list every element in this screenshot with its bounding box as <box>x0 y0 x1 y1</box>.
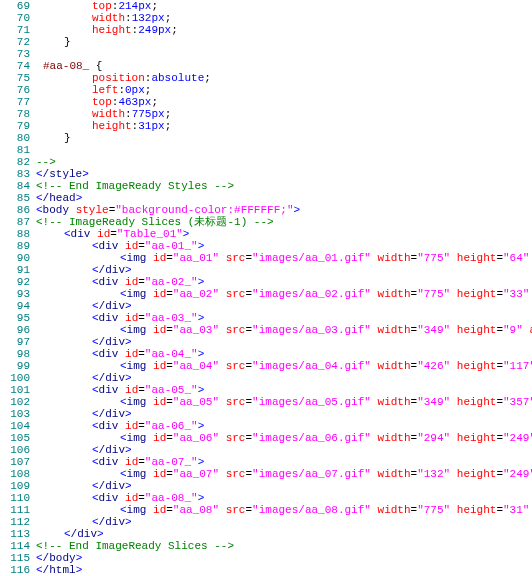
line-number: 100 <box>0 372 30 384</box>
code-line: --> <box>36 156 532 168</box>
code-line: <img id="aa_02" src="images/aa_02.gif" w… <box>36 288 532 300</box>
line-number: 89 <box>0 240 30 252</box>
line-number: 71 <box>0 24 30 36</box>
line-number: 88 <box>0 228 30 240</box>
line-number: 83 <box>0 168 30 180</box>
code-line: height:249px; <box>36 24 532 36</box>
line-number: 96 <box>0 324 30 336</box>
code-line: </div> <box>36 336 532 348</box>
code-line: #aa-08_ { <box>36 60 532 72</box>
line-number: 92 <box>0 276 30 288</box>
line-number: 102 <box>0 396 30 408</box>
line-number: 72 <box>0 36 30 48</box>
code-line: <div id="aa-08_"> <box>36 492 532 504</box>
code-line: </html> <box>36 564 532 576</box>
line-number: 105 <box>0 432 30 444</box>
code-line: </div> <box>36 444 532 456</box>
line-number: 69 <box>0 0 30 12</box>
line-number: 106 <box>0 444 30 456</box>
code-line: </head> <box>36 192 532 204</box>
code-line: </div> <box>36 300 532 312</box>
line-number: 103 <box>0 408 30 420</box>
line-number: 81 <box>0 144 30 156</box>
line-number: 114 <box>0 540 30 552</box>
line-number: 107 <box>0 456 30 468</box>
code-line: </div> <box>36 264 532 276</box>
line-number: 110 <box>0 492 30 504</box>
code-line: <div id="aa-02_"> <box>36 276 532 288</box>
line-number: 85 <box>0 192 30 204</box>
code-line: </div> <box>36 408 532 420</box>
code-line: <div id="Table_01"> <box>36 228 532 240</box>
code-line: left:0px; <box>36 84 532 96</box>
code-line: } <box>36 132 532 144</box>
line-number: 108 <box>0 468 30 480</box>
code-line: <img id="aa_04" src="images/aa_04.gif" w… <box>36 360 532 372</box>
code-line: <img id="aa_08" src="images/aa_08.gif" w… <box>36 504 532 516</box>
code-line: <div id="aa-05_"> <box>36 384 532 396</box>
line-number: 75 <box>0 72 30 84</box>
code-line: <img id="aa_06" src="images/aa_06.gif" w… <box>36 432 532 444</box>
line-number: 101 <box>0 384 30 396</box>
line-number: 112 <box>0 516 30 528</box>
code-line: } <box>36 36 532 48</box>
code-line: top:214px; <box>36 0 532 12</box>
line-number: 99 <box>0 360 30 372</box>
line-number-gutter: 6970717273747576777879808182838485868788… <box>0 0 36 576</box>
code-area[interactable]: top:214px;width:132px;height:249px;}#aa-… <box>36 0 532 576</box>
line-number: 82 <box>0 156 30 168</box>
code-line: <body style="background-color:#FFFFFF;"> <box>36 204 532 216</box>
line-number: 91 <box>0 264 30 276</box>
line-number: 97 <box>0 336 30 348</box>
line-number: 87 <box>0 216 30 228</box>
code-line: </div> <box>36 372 532 384</box>
code-line: width:775px; <box>36 108 532 120</box>
code-line: <div id="aa-03_"> <box>36 312 532 324</box>
code-line: <div id="aa-04_"> <box>36 348 532 360</box>
line-number: 93 <box>0 288 30 300</box>
line-number: 116 <box>0 564 30 576</box>
code-line: </body> <box>36 552 532 564</box>
line-number: 98 <box>0 348 30 360</box>
line-number: 113 <box>0 528 30 540</box>
line-number: 74 <box>0 60 30 72</box>
line-number: 90 <box>0 252 30 264</box>
code-line: <img id="aa_07" src="images/aa_07.gif" w… <box>36 468 532 480</box>
code-editor: 6970717273747576777879808182838485868788… <box>0 0 532 576</box>
code-line: <!-- ImageReady Slices (未标题-1) --> <box>36 216 532 228</box>
line-number: 86 <box>0 204 30 216</box>
line-number: 73 <box>0 48 30 60</box>
line-number: 77 <box>0 96 30 108</box>
code-line: <img id="aa_01" src="images/aa_01.gif" w… <box>36 252 532 264</box>
line-number: 104 <box>0 420 30 432</box>
line-number: 80 <box>0 132 30 144</box>
code-line: position:absolute; <box>36 72 532 84</box>
code-line: width:132px; <box>36 12 532 24</box>
line-number: 76 <box>0 84 30 96</box>
code-line: height:31px; <box>36 120 532 132</box>
line-number: 111 <box>0 504 30 516</box>
code-line: <img id="aa_03" src="images/aa_03.gif" w… <box>36 324 532 336</box>
line-number: 79 <box>0 120 30 132</box>
line-number: 94 <box>0 300 30 312</box>
line-number: 95 <box>0 312 30 324</box>
code-line: <div id="aa-07_"> <box>36 456 532 468</box>
code-line: <div id="aa-06_"> <box>36 420 532 432</box>
line-number: 115 <box>0 552 30 564</box>
line-number: 84 <box>0 180 30 192</box>
code-line: </div> <box>36 480 532 492</box>
code-line <box>36 144 532 156</box>
code-line: </style> <box>36 168 532 180</box>
code-line: <img id="aa_05" src="images/aa_05.gif" w… <box>36 396 532 408</box>
line-number: 78 <box>0 108 30 120</box>
line-number: 70 <box>0 12 30 24</box>
code-line: <!-- End ImageReady Styles --> <box>36 180 532 192</box>
code-line: <!-- End ImageReady Slices --> <box>36 540 532 552</box>
code-line: </div> <box>36 528 532 540</box>
code-line: top:463px; <box>36 96 532 108</box>
code-line: </div> <box>36 516 532 528</box>
line-number: 109 <box>0 480 30 492</box>
code-line <box>36 48 532 60</box>
code-line: <div id="aa-01_"> <box>36 240 532 252</box>
